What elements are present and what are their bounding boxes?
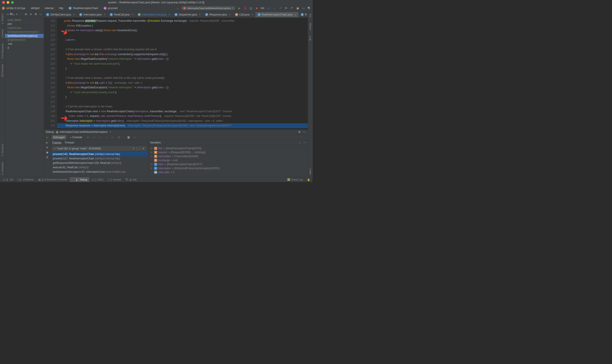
resume-icon[interactable]: ▶: [45, 141, 49, 144]
stack-frame[interactable]: getResponseWithInterceptorChain:229, Rea…: [51, 161, 148, 165]
project-tree-item[interactable]: testApplicationInterceptors: [5, 30, 44, 34]
editor-tab[interactable]: CRealCall.java×: [108, 12, 136, 17]
step-out-icon[interactable]: ↑: [111, 135, 114, 139]
gear-icon[interactable]: ⚙: [34, 13, 38, 16]
tool-project[interactable]: 1: Project: [1, 14, 4, 24]
expand-icon[interactable]: ≑: [29, 13, 33, 16]
variable-row[interactable]: >Prequest = {Request@2050} ... toString(…: [148, 150, 308, 154]
editor-tab[interactable]: CDispatcher.java×: [172, 12, 203, 17]
project-tree-item[interactable]: d: [5, 46, 44, 50]
revert-icon[interactable]: ↶: [290, 6, 293, 10]
project-tree-item[interactable]: testNetworkInterceptors():: [5, 34, 44, 38]
close-tab-icon[interactable]: ×: [168, 13, 170, 16]
project-tree-item[interactable]: case_demo: [5, 18, 44, 22]
git-update-icon[interactable]: ↙: [267, 6, 271, 10]
force-step-into-icon[interactable]: ↓: [105, 135, 108, 139]
breadcrumb-item[interactable]: internal: [45, 7, 54, 10]
tool-structure[interactable]: Z: Structure: [1, 144, 4, 156]
status-item[interactable]: ☑ TODO: [90, 177, 106, 182]
run-config-selector[interactable]: ⬤ InterceptorCase.testNetworkInterceptor…: [181, 6, 235, 10]
breadcrumb-item[interactable]: proceed: [108, 7, 118, 10]
tool-make[interactable]: make: [309, 169, 312, 175]
lock-icon[interactable]: 🔒: [305, 177, 313, 182]
tool-luaj[interactable]: Luaj: [309, 36, 312, 40]
debug-icon[interactable]: 🐞: [243, 6, 247, 10]
breadcrumb-item[interactable]: okhttp3: [31, 7, 40, 10]
editor-tab[interactable]: CInterceptorCase.java×: [136, 12, 172, 17]
status-item[interactable]: 🔨 Build: [123, 177, 139, 182]
status-item[interactable]: ! 6: Problems: [15, 177, 36, 182]
stop-icon[interactable]: ■: [45, 146, 49, 149]
event-log[interactable]: 1 Event Log: [285, 177, 305, 182]
run-icon[interactable]: ▶: [237, 6, 241, 10]
hide-icon[interactable]: —: [39, 13, 42, 16]
add-watch-icon[interactable]: ＋: [298, 141, 301, 145]
evaluate-icon[interactable]: ▦: [127, 135, 130, 139]
tool-pull-requests[interactable]: Pull Requests: [1, 43, 4, 58]
editor-tab[interactable]: CInterceptor.java×: [77, 12, 108, 17]
variable-row[interactable]: >≡interceptor = {RetryAndFollowUpInterce…: [148, 166, 308, 170]
breadcrumb-item[interactable]: http: [59, 7, 63, 10]
variable-row[interactable]: >Ptransmitter = {Transmitter@2049}: [148, 154, 308, 158]
screenshot-icon[interactable]: ▣: [296, 6, 299, 10]
variable-row[interactable]: >≡next = {RealInterceptorChain@2077}: [148, 162, 308, 166]
tab-console[interactable]: ▸ Console: [69, 135, 83, 140]
tool-favorites[interactable]: 2: Favorites: [1, 162, 4, 175]
close-tab-icon[interactable]: ⦸: [294, 13, 296, 16]
tool-ant[interactable]: Ant: [309, 14, 312, 17]
stop-icon[interactable]: ■: [255, 6, 258, 10]
git-push-icon[interactable]: ↗: [278, 6, 282, 10]
thread-selector[interactable]: ✓ "main"@1 in group "main": RUNNING ▾ ↑↓…: [52, 146, 147, 151]
editor-tab[interactable]: CRealInterceptorChain.java⦸: [255, 12, 299, 17]
tool-maven[interactable]: Maven: [309, 23, 312, 30]
variable-row[interactable]: 01next.calls = 0: [148, 170, 308, 174]
maximize-window[interactable]: [11, 1, 14, 4]
close-tab-icon[interactable]: ×: [251, 13, 253, 16]
search-icon[interactable]: 🔍: [307, 6, 311, 10]
stack-frame[interactable]: execute:81, RealCall (okhttp3): [51, 165, 148, 169]
editor-tab[interactable]: CR×: [298, 12, 308, 17]
breadcrumb-item[interactable]: okhttp-3.14.9.jar: [6, 7, 26, 10]
drop-frame-icon[interactable]: ✕: [117, 135, 121, 139]
target-icon[interactable]: ⊕: [24, 13, 28, 16]
remove-watch-icon[interactable]: —: [303, 141, 306, 145]
mute-bp-icon[interactable]: ⊘: [45, 156, 49, 159]
code-area[interactable]: public Response proceed(Request request,…: [57, 18, 308, 129]
editor-tab[interactable]: CCall.java×: [233, 12, 255, 17]
coverage-icon[interactable]: ◱: [249, 6, 252, 10]
history-icon[interactable]: ⟳: [284, 6, 288, 10]
frames-tab[interactable]: Frames: [52, 141, 61, 144]
threads-icon[interactable]: ≡: [86, 135, 90, 139]
editor-tab[interactable]: COkHttpClient.java×: [44, 12, 77, 17]
variable-row[interactable]: >≡this = {RealInterceptorChain@2076}: [148, 146, 308, 150]
frame-list[interactable]: proceed:142, RealInterceptorChain (okhtt…: [51, 152, 148, 174]
project-tree-item[interactable]: ptor: [5, 22, 44, 26]
editor[interactable]: 1201211221231241251261271281291301311321…: [44, 18, 308, 129]
step-into-icon[interactable]: ↓: [98, 135, 102, 139]
status-item[interactable]: ⌑ Terminal: [106, 177, 124, 182]
project-tree-item[interactable]: gingInterceptor: [5, 38, 44, 42]
project-tree[interactable]: case_demoptorceptorCasetestApplicationIn…: [5, 17, 44, 51]
close-tab-icon[interactable]: ×: [110, 130, 111, 133]
rerun-icon[interactable]: ↻: [45, 136, 49, 140]
gear-icon[interactable]: ⚙: [298, 130, 301, 134]
ide-settings-icon[interactable]: ▭: [302, 6, 305, 10]
variable-list[interactable]: >≡this = {RealInterceptorChain@2076}>Pre…: [148, 146, 308, 175]
close-tab-icon[interactable]: ×: [199, 13, 201, 16]
breakpoints-icon[interactable]: ◉: [45, 151, 49, 154]
git-commit-icon[interactable]: ✓: [273, 6, 276, 10]
stack-frame[interactable]: testNetworkInterceptors:52, InterceptorC…: [51, 169, 148, 174]
breadcrumb-item[interactable]: RealInterceptorChain: [73, 7, 98, 10]
project-tree-item[interactable]: .md: [5, 42, 44, 46]
minimize-window[interactable]: [7, 1, 9, 4]
status-item[interactable]: ⎇ 9: Git: [0, 177, 15, 182]
close-tab-icon[interactable]: ×: [104, 13, 105, 16]
step-over-icon[interactable]: ⤻: [92, 135, 96, 139]
stack-frame[interactable]: proceed:142, RealInterceptorChain (okhtt…: [51, 152, 148, 156]
variable-row[interactable]: Pexchange = null: [148, 158, 308, 162]
stack-frame[interactable]: proceed:117, RealInterceptorChain (okhtt…: [51, 156, 148, 161]
tool-db-browser[interactable]: DB Browser: [1, 64, 4, 77]
editor-tab[interactable]: CResponse.java×: [203, 12, 233, 17]
close-tab-icon[interactable]: ×: [73, 13, 75, 16]
tab-debugger[interactable]: Debugger: [52, 135, 66, 140]
